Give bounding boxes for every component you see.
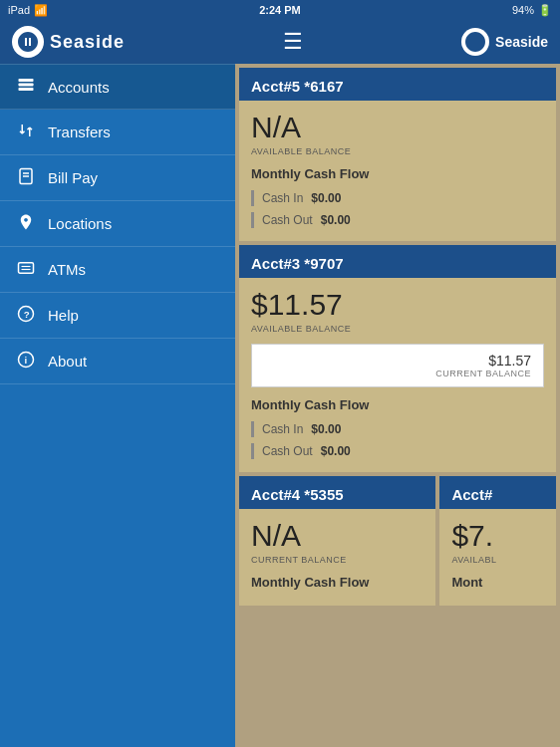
- account-card-body-acct4: N/A CURRENT BALANCE Monthly Cash Flow: [239, 509, 435, 606]
- account-balance-label-acct3: AVAILABLE BALANCE: [251, 324, 544, 334]
- cash-out-bar-acct5: [251, 212, 254, 228]
- account-balance-label-partial: AVAILABL: [451, 555, 544, 565]
- navbar: Seaside ☰ Seaside: [0, 20, 560, 64]
- svg-rect-1: [19, 84, 34, 87]
- sidebar-label-help: Help: [48, 307, 79, 324]
- atms-icon: [16, 259, 36, 281]
- cash-flow-title-acct5: Monthly Cash Flow: [251, 166, 544, 181]
- sidebar: Accounts Transfers Bill Pay Locations AT…: [0, 64, 235, 747]
- transfers-icon: [16, 122, 36, 143]
- account-balance-acct4: N/A: [251, 519, 423, 553]
- ipad-label: iPad: [8, 4, 30, 16]
- cash-in-acct5: Cash In $0.00: [251, 187, 544, 209]
- sidebar-item-transfers[interactable]: Transfers: [0, 110, 235, 155]
- cash-in-label-acct5: Cash In: [262, 191, 303, 205]
- account-card-header-partial: Acct#: [439, 480, 556, 509]
- navbar-right-logo: Seaside: [461, 28, 548, 56]
- account-card-acct4[interactable]: Acct#4 *5355 N/A CURRENT BALANCE Monthly…: [239, 476, 435, 606]
- hamburger-button[interactable]: ☰: [283, 29, 303, 55]
- content-area: Acct#5 *6167 N/A AVAILABLE BALANCE Month…: [235, 64, 560, 747]
- cash-flow-acct5: Monthly Cash Flow Cash In $0.00 Cash Out…: [251, 166, 544, 231]
- svg-rect-0: [19, 79, 34, 82]
- locations-icon: [16, 213, 36, 235]
- account-title-partial: Acct#: [451, 486, 492, 503]
- svg-rect-2: [19, 88, 34, 91]
- brand-name: Seaside: [50, 32, 125, 53]
- cash-flow-partial: Mont: [451, 575, 544, 590]
- account-card-header-acct4: Acct#4 *5355: [239, 480, 435, 509]
- account-card-partial[interactable]: Acct# $7. AVAILABL Mont: [439, 476, 556, 606]
- account-card-body-acct3: $11.57 AVAILABLE BALANCE $11.57 CURRENT …: [239, 278, 556, 472]
- account-balance-acct5: N/A: [251, 111, 544, 144]
- battery-icon: 🔋: [538, 4, 552, 17]
- sidebar-item-about[interactable]: i About: [0, 339, 235, 384]
- sidebar-item-locations[interactable]: Locations: [0, 201, 235, 247]
- sidebar-item-accounts[interactable]: Accounts: [0, 64, 235, 110]
- cash-out-bar-acct3: [251, 443, 254, 459]
- cash-in-bar-acct3: [251, 421, 254, 437]
- sidebar-item-help[interactable]: ? Help: [0, 293, 235, 339]
- account-title-acct4: Acct#4 *5355: [251, 486, 344, 503]
- account-card-acct5[interactable]: Acct#5 *6167 N/A AVAILABLE BALANCE Month…: [239, 68, 556, 241]
- sidebar-label-atms: ATMs: [48, 261, 86, 278]
- account-balance-label-acct5: AVAILABLE BALANCE: [251, 146, 544, 156]
- brand-logo: Seaside: [12, 26, 125, 58]
- accounts-icon: [16, 76, 36, 98]
- cash-in-bar-acct5: [251, 190, 254, 206]
- current-balance-label-acct3: CURRENT BALANCE: [264, 369, 531, 378]
- sidebar-label-locations: Locations: [48, 215, 112, 232]
- battery-percent: 94%: [512, 4, 534, 16]
- sidebar-item-billpay[interactable]: Bill Pay: [0, 155, 235, 201]
- cash-out-value-acct5: $0.00: [321, 213, 351, 227]
- cash-flow-acct4: Monthly Cash Flow: [251, 575, 423, 590]
- account-title-acct3: Acct#3 *9707: [251, 255, 344, 272]
- help-icon: ?: [16, 305, 36, 327]
- sidebar-label-about: About: [48, 353, 87, 370]
- account-balance-acct3: $11.57: [251, 288, 544, 322]
- main-layout: Accounts Transfers Bill Pay Locations AT…: [0, 64, 560, 747]
- account-title-acct5: Acct#5 *6167: [251, 78, 344, 95]
- account-balance-partial: $7.: [451, 519, 544, 553]
- cash-in-label-acct3: Cash In: [262, 422, 303, 436]
- cash-flow-title-acct4: Monthly Cash Flow: [251, 575, 423, 590]
- svg-rect-6: [19, 262, 34, 273]
- cash-flow-title-acct3: Monthly Cash Flow: [251, 397, 544, 412]
- time-display: 2:24 PM: [259, 4, 301, 16]
- sidebar-label-billpay: Bill Pay: [48, 169, 98, 186]
- current-balance-box-acct3: $11.57 CURRENT BALANCE: [251, 344, 544, 387]
- account-balance-label-acct4: CURRENT BALANCE: [251, 555, 423, 565]
- right-brand-name: Seaside: [495, 34, 548, 50]
- svg-text:i: i: [25, 354, 28, 365]
- cash-flow-acct3: Monthly Cash Flow Cash In $0.00 Cash Out…: [251, 397, 544, 462]
- cash-in-value-acct5: $0.00: [311, 191, 341, 205]
- cash-out-label-acct5: Cash Out: [262, 213, 313, 227]
- account-card-body-acct5: N/A AVAILABLE BALANCE Monthly Cash Flow …: [239, 101, 556, 241]
- cash-in-value-acct3: $0.00: [311, 422, 341, 436]
- logo-icon: [12, 26, 44, 58]
- cash-out-acct3: Cash Out $0.00: [251, 440, 544, 462]
- current-balance-value-acct3: $11.57: [264, 353, 531, 369]
- account-card-acct3[interactable]: Acct#3 *9707 $11.57 AVAILABLE BALANCE $1…: [239, 245, 556, 472]
- cash-out-value-acct3: $0.00: [321, 444, 351, 458]
- cash-flow-title-partial: Mont: [451, 575, 544, 590]
- bottom-row: Acct#4 *5355 N/A CURRENT BALANCE Monthly…: [239, 476, 556, 606]
- cash-out-label-acct3: Cash Out: [262, 444, 313, 458]
- sidebar-label-accounts: Accounts: [48, 79, 110, 96]
- cash-out-acct5: Cash Out $0.00: [251, 209, 544, 231]
- sidebar-item-atms[interactable]: ATMs: [0, 247, 235, 293]
- account-card-header-acct3: Acct#3 *9707: [239, 249, 556, 278]
- billpay-icon: [16, 167, 36, 189]
- account-card-header-acct5: Acct#5 *6167: [239, 72, 556, 101]
- status-bar: iPad 📶 2:24 PM 94% 🔋: [0, 0, 560, 20]
- wifi-icon: 📶: [34, 4, 48, 17]
- about-icon: i: [16, 351, 36, 373]
- cash-in-acct3: Cash In $0.00: [251, 418, 544, 440]
- right-logo-icon: [461, 28, 489, 56]
- sidebar-label-transfers: Transfers: [48, 124, 111, 140]
- account-card-body-partial: $7. AVAILABL Mont: [439, 509, 556, 606]
- svg-text:?: ?: [24, 308, 30, 319]
